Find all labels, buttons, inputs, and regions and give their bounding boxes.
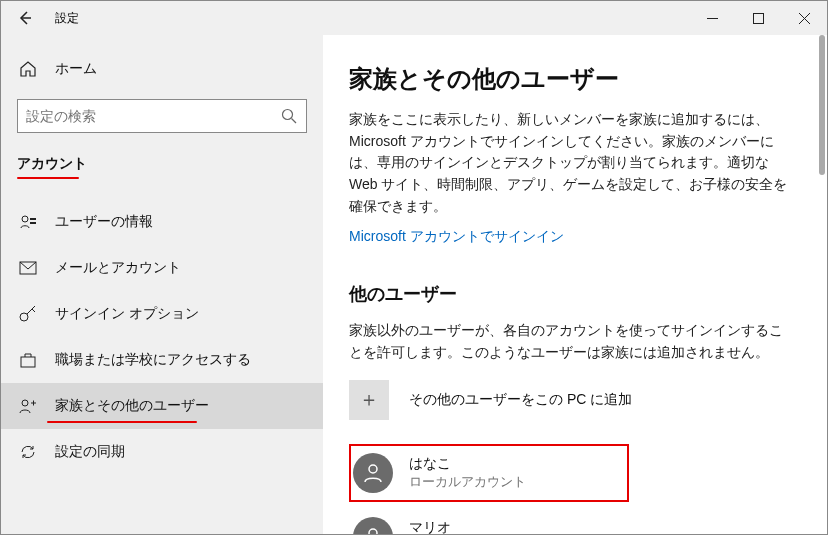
add-user-row[interactable]: ＋ その他のユーザーをこの PC に追加	[349, 380, 793, 420]
briefcase-icon	[19, 351, 37, 369]
close-button[interactable]	[781, 1, 827, 35]
window-controls	[689, 1, 827, 35]
minimize-button[interactable]	[689, 1, 735, 35]
svg-point-9	[369, 465, 377, 473]
home-icon	[19, 60, 37, 78]
sidebar-section-label: アカウント	[1, 147, 103, 177]
svg-rect-4	[30, 222, 36, 224]
person-card-icon	[19, 213, 37, 231]
sidebar-item-label: 設定の同期	[55, 443, 125, 461]
svg-point-2	[22, 216, 28, 222]
user-name: マリオ	[409, 519, 526, 535]
svg-rect-3	[30, 218, 36, 220]
person-icon	[362, 526, 384, 535]
family-description: 家族をここに表示したり、新しいメンバーを家族に追加するには、Microsoft …	[349, 109, 793, 217]
avatar	[353, 453, 393, 493]
sidebar-item-family-users[interactable]: 家族とその他のユーザー	[1, 383, 323, 429]
signin-link[interactable]: Microsoft アカウントでサインイン	[349, 228, 564, 246]
user-account-type: ローカルアカウント	[409, 473, 526, 491]
sidebar-item-work-school[interactable]: 職場または学校にアクセスする	[1, 337, 323, 383]
scrollbar-thumb[interactable]	[819, 35, 825, 175]
svg-rect-7	[21, 357, 35, 367]
arrow-left-icon	[17, 10, 33, 26]
sidebar-home[interactable]: ホーム	[1, 49, 323, 89]
person-icon	[362, 462, 384, 484]
sidebar: ホーム アカウント ユーザーの情報 メールとアカウント サインイン オプション …	[1, 35, 323, 535]
minimize-icon	[707, 13, 718, 24]
sidebar-item-user-info[interactable]: ユーザーの情報	[1, 199, 323, 245]
sidebar-nav: ユーザーの情報 メールとアカウント サインイン オプション 職場または学校にアク…	[1, 199, 323, 475]
mail-icon	[19, 259, 37, 277]
other-users-description: 家族以外のユーザーが、各自のアカウントを使ってサインインすることを許可します。こ…	[349, 320, 793, 363]
sidebar-item-label: 家族とその他のユーザー	[55, 397, 209, 415]
sidebar-home-label: ホーム	[55, 60, 97, 78]
sidebar-item-label: ユーザーの情報	[55, 213, 153, 231]
main-content: 家族とその他のユーザー 家族をここに表示したり、新しいメンバーを家族に追加するに…	[323, 35, 827, 535]
sidebar-item-sync[interactable]: 設定の同期	[1, 429, 323, 475]
other-users-heading: 他のユーザー	[349, 282, 793, 306]
close-icon	[799, 13, 810, 24]
add-user-label: その他のユーザーをこの PC に追加	[409, 391, 632, 409]
user-name: はなこ	[409, 455, 526, 473]
search-input-wrapper[interactable]	[17, 99, 307, 133]
svg-rect-0	[753, 13, 763, 23]
sidebar-item-label: サインイン オプション	[55, 305, 199, 323]
maximize-icon	[753, 13, 764, 24]
user-row-mario[interactable]: マリオ ローカルアカウント	[349, 508, 793, 535]
sidebar-item-label: 職場または学校にアクセスする	[55, 351, 251, 369]
sync-icon	[19, 443, 37, 461]
plus-icon: ＋	[349, 380, 389, 420]
page-title: 家族とその他のユーザー	[349, 63, 793, 95]
window-title: 設定	[55, 10, 79, 27]
sidebar-item-email-accounts[interactable]: メールとアカウント	[1, 245, 323, 291]
sidebar-item-signin-options[interactable]: サインイン オプション	[1, 291, 323, 337]
search-icon	[280, 107, 298, 125]
svg-point-1	[283, 110, 293, 120]
svg-point-8	[22, 400, 28, 406]
svg-point-10	[369, 529, 377, 535]
maximize-button[interactable]	[735, 1, 781, 35]
user-row-hanako[interactable]: はなこ ローカルアカウント	[349, 444, 629, 502]
sidebar-item-label: メールとアカウント	[55, 259, 181, 277]
people-icon	[19, 397, 37, 415]
avatar	[353, 517, 393, 535]
search-input[interactable]	[26, 108, 280, 124]
svg-point-6	[20, 313, 28, 321]
titlebar: 設定	[1, 1, 827, 35]
key-icon	[19, 305, 37, 323]
back-button[interactable]	[1, 1, 49, 35]
